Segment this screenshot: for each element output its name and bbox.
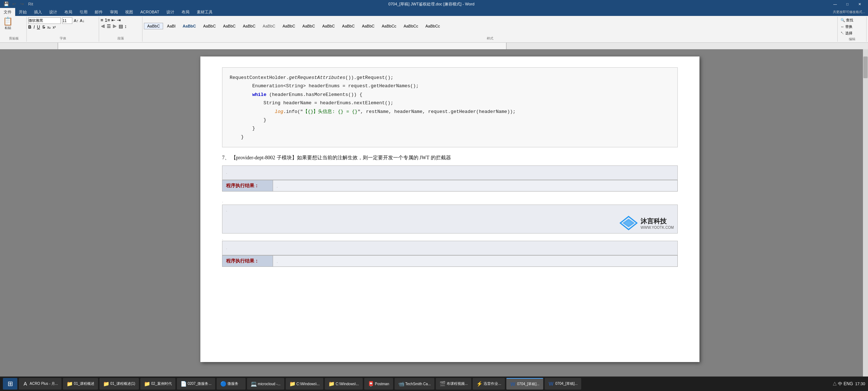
font-group-label: 字体 (28, 36, 97, 41)
svg-rect-1 (58, 43, 506, 49)
save-icon[interactable]: 💾 (3, 1, 9, 7)
tab-references[interactable]: 布局 (61, 8, 76, 16)
styles-group-label: 样式 (144, 36, 836, 41)
vertical-scrollbar[interactable] (863, 49, 868, 377)
taskbar-item-win2[interactable]: 📁 C:\Windows\... (325, 378, 362, 390)
tab-home[interactable]: 文件 (0, 8, 15, 16)
style-normal[interactable]: AaBbC (144, 23, 163, 29)
indent-increase-btn[interactable]: ⇥ (117, 17, 121, 23)
extra-tab-info: 共更改即可修改格式... (830, 10, 868, 14)
redo-icon[interactable]: ↪ (19, 1, 25, 7)
taskbar-item-postman[interactable]: 📮 Postman (364, 378, 393, 390)
font-size-decrease-btn[interactable]: A↓ (80, 18, 85, 23)
select-btn[interactable]: ↖ 选择 (839, 30, 855, 36)
tab-acrobat2[interactable]: ACROBAT (137, 8, 163, 16)
find-btn[interactable]: 🔍 查找 (839, 17, 855, 23)
taskbar-item-case[interactable]: 📁 02_案例时代 (140, 378, 175, 390)
taskbar-item-microcloud[interactable]: 🔵 微服务 (217, 378, 246, 390)
taskbar-icon-case: 📁 (144, 381, 150, 387)
style-list[interactable]: AaBbCc (422, 23, 443, 29)
taskbar-item-word2[interactable]: W 0704_[草稿]... (545, 378, 582, 390)
superscript-btn[interactable]: x² (53, 25, 56, 29)
code-block-2-dot: . (226, 208, 227, 212)
start-button[interactable]: ⊞ (3, 378, 17, 390)
taskbar-item-word1[interactable]: W 0704_[草稿]... (506, 378, 543, 390)
tab-material[interactable]: 素材工具 (193, 8, 216, 16)
style-book-title[interactable]: AaBbCc (400, 23, 421, 29)
align-center-btn[interactable]: ☰ (107, 24, 111, 29)
taskbar-icon-thunder: ⚡ (476, 381, 482, 387)
tab-insert[interactable]: 开始 (15, 8, 30, 16)
align-left-btn[interactable]: ⫷ (101, 24, 105, 29)
taskbar-item-microservice[interactable]: 📄 0207_微服务... (177, 378, 215, 390)
left-margin (0, 49, 58, 377)
result-content-2[interactable]: . (273, 256, 678, 267)
logo-text-area: 沐言科技 WWW.YOOTK.COM (641, 217, 674, 230)
style-ref[interactable]: AaBbCc (379, 23, 400, 29)
empty-code-dot-1: . (226, 170, 227, 175)
replace-btn[interactable]: ↔ 替换 (839, 24, 855, 30)
empty-code-block-2[interactable]: . (222, 241, 678, 255)
align-right-btn[interactable]: ⫸ (112, 24, 117, 29)
tab-layout[interactable]: 设计 (46, 8, 61, 16)
maximize-button[interactable]: □ (842, 0, 853, 8)
ribbon-group-clipboard: 📋 粘贴 剪贴板 (1, 17, 27, 42)
style-heading4[interactable]: AaBbC (240, 23, 259, 29)
paste-icon[interactable]: 📋 (3, 17, 13, 25)
taskbar-item-mc2[interactable]: 💻 microcloud -... (247, 378, 284, 390)
indent-decrease-btn[interactable]: ⇤ (111, 17, 115, 23)
empty-code-block-1[interactable]: . (222, 165, 678, 180)
italic-btn[interactable]: I (34, 25, 35, 30)
paste-label[interactable]: 粘贴 (5, 26, 11, 30)
taskbar-item-thunder[interactable]: ⚡ 迅雷作业... (473, 378, 505, 390)
close-button[interactable]: ✕ (854, 0, 865, 8)
bullet-list-btn[interactable]: ≡ (101, 17, 103, 23)
taskbar-item-course2[interactable]: 📁 01_课程概述(1) (99, 378, 139, 390)
section-heading: 7、 【provider-dept-8002 子模块】如果要想让当前的注解生效，… (222, 155, 678, 161)
taskbar-item-techsmith[interactable]: 📹 TechSmith Ca... (395, 378, 435, 390)
taskbar-item-video[interactable]: 🎬 布课程视频... (436, 378, 471, 390)
result-table-1: 程序执行结果： . (222, 180, 678, 192)
tab-view[interactable]: 审阅 (106, 8, 122, 16)
tab-layout2[interactable]: 布局 (178, 8, 193, 16)
style-no-spacing[interactable]: AaBl (164, 23, 179, 29)
style-emphasis[interactable]: AaBbC (299, 23, 318, 29)
underline-btn[interactable]: U (37, 25, 40, 30)
font-size-increase-btn[interactable]: A↑ (74, 18, 78, 23)
style-heading3[interactable]: AaBbC (220, 23, 239, 29)
subscript-btn[interactable]: x₂ (47, 25, 51, 29)
strikethrough-btn[interactable]: S̶ (42, 25, 45, 30)
font-name-input[interactable] (28, 17, 61, 24)
tab-design2[interactable]: 设计 (163, 8, 178, 16)
scrollbar-thumb[interactable] (863, 56, 868, 78)
spacer-2: . (222, 234, 678, 241)
style-quote[interactable]: AaBbC (339, 23, 358, 29)
code-block-2[interactable]: . 沐言科技 WWW.YOOTK.COM (222, 205, 678, 234)
style-title[interactable]: AaBbC (259, 23, 278, 29)
bold-btn[interactable]: B (28, 25, 31, 30)
minimize-button[interactable]: — (830, 0, 841, 8)
style-intense-quote[interactable]: AaBbC (359, 23, 378, 29)
style-subtitle[interactable]: AaBbC (279, 23, 298, 29)
font-size-input[interactable] (62, 17, 72, 24)
undo-icon[interactable]: ↩ (11, 1, 17, 7)
style-heading2[interactable]: AaBbC (200, 23, 219, 29)
horizontal-ruler (0, 43, 868, 49)
taskbar-item-win1[interactable]: 📁 C:\Windows\... (286, 378, 323, 390)
taskbar-item-course1[interactable]: 📁 01_课程概述 (63, 378, 98, 390)
style-heading1[interactable]: AaBbC (179, 23, 199, 29)
line-spacing-btn[interactable]: ↕ (124, 24, 127, 29)
justify-btn[interactable]: ▤ (119, 24, 123, 29)
tab-review[interactable]: 邮件 (91, 8, 106, 16)
empty-code-dot-2: . (226, 245, 227, 250)
style-strong[interactable]: AaBbC (319, 23, 338, 29)
code-line-4: String headerName = headerEnums.nextElem… (230, 99, 670, 107)
taskbar-item-acrplus[interactable]: A ACRO Plus - 月... (19, 378, 61, 390)
tab-mailings[interactable]: 引用 (76, 8, 91, 16)
tab-design[interactable]: 插入 (30, 8, 46, 16)
document-area[interactable]: RequestContextHolder.getRequestAttribute… (58, 49, 842, 377)
result-content-1[interactable]: . (273, 180, 678, 192)
tab-acrobat[interactable]: 视图 (122, 8, 137, 16)
numbered-list-btn[interactable]: 1≡ (105, 17, 110, 23)
title-bar: 💾 ↩ ↪ Rit 0704_[草稿] JWT鉴权处理.doc [兼容模式] -… (0, 0, 868, 8)
